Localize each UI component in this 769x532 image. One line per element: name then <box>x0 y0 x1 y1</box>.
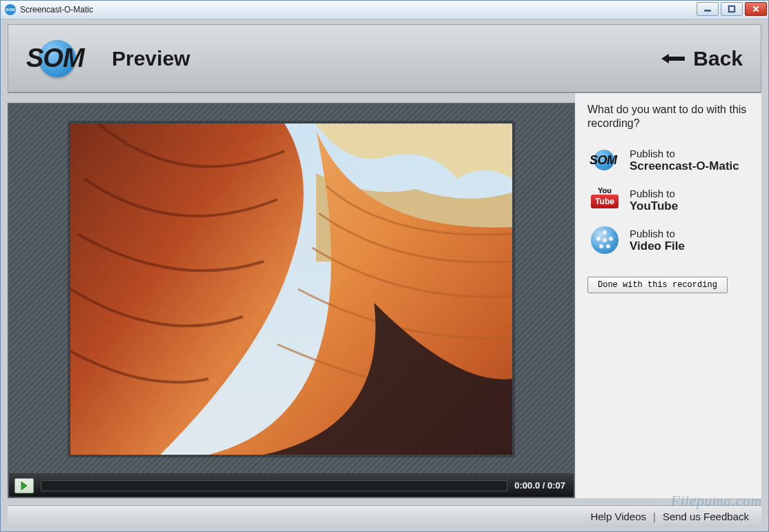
play-icon <box>21 482 28 490</box>
svg-rect-1 <box>729 6 734 12</box>
maximize-button[interactable] <box>721 2 743 16</box>
done-button[interactable]: Done with this recording <box>587 277 728 293</box>
player-controls: 0:00.0 / 0:07 <box>9 473 574 497</box>
client-area: SOM Preview Back <box>0 19 769 532</box>
video-area <box>9 104 574 473</box>
publish-file-line1: Publish to <box>630 228 685 239</box>
send-feedback-link[interactable]: Send us Feedback <box>663 511 749 522</box>
publish-file[interactable]: Publish to Video File <box>587 220 750 260</box>
footer: Help Videos | Send us Feedback <box>8 505 761 527</box>
window-controls <box>697 2 767 16</box>
publish-som-line2: Screencast-O-Matic <box>630 159 739 173</box>
time-display: 0:00.0 / 0:07 <box>514 480 568 491</box>
app-header: SOM Preview Back <box>8 24 761 93</box>
back-button[interactable]: Back <box>660 47 743 70</box>
window-titlebar: SOM Screencast-O-Matic <box>0 0 769 19</box>
main-row: 0:00.0 / 0:07 What do you want to do wit… <box>8 93 761 498</box>
close-icon <box>752 5 760 13</box>
publish-som[interactable]: SOM Publish to Screencast-O-Matic <box>587 140 750 180</box>
arrow-left-icon <box>660 52 686 65</box>
som-icon: SOM <box>590 146 620 174</box>
minimize-button[interactable] <box>697 2 719 16</box>
publish-panel: What do you want to do with this recordi… <box>575 93 761 498</box>
video-panel: 0:00.0 / 0:07 <box>8 103 575 498</box>
app-icon: SOM <box>5 4 16 15</box>
play-button[interactable] <box>14 478 34 493</box>
publish-youtube[interactable]: You Tube Publish to YouTube <box>587 180 750 220</box>
back-label: Back <box>693 47 743 70</box>
publish-som-line1: Publish to <box>630 148 739 159</box>
video-file-icon <box>590 226 620 254</box>
som-logo-text: SOM <box>26 43 84 73</box>
window-title: Screencast-O-Matic <box>20 5 93 14</box>
close-button[interactable] <box>745 2 767 16</box>
maximize-icon <box>728 5 736 13</box>
som-logo: SOM <box>26 38 95 79</box>
seek-bar[interactable] <box>41 480 507 491</box>
footer-separator: | <box>653 511 656 522</box>
minimize-icon <box>703 5 712 13</box>
publish-file-line2: Video File <box>630 239 685 253</box>
page-title: Preview <box>112 47 190 70</box>
recording-thumbnail <box>70 124 512 455</box>
publish-youtube-line2: YouTube <box>630 199 678 213</box>
prompt-text: What do you want to do with this recordi… <box>587 103 750 130</box>
svg-rect-0 <box>704 10 711 11</box>
publish-youtube-line1: Publish to <box>630 188 678 199</box>
youtube-icon: You Tube <box>590 186 620 214</box>
help-videos-link[interactable]: Help Videos <box>590 511 646 522</box>
